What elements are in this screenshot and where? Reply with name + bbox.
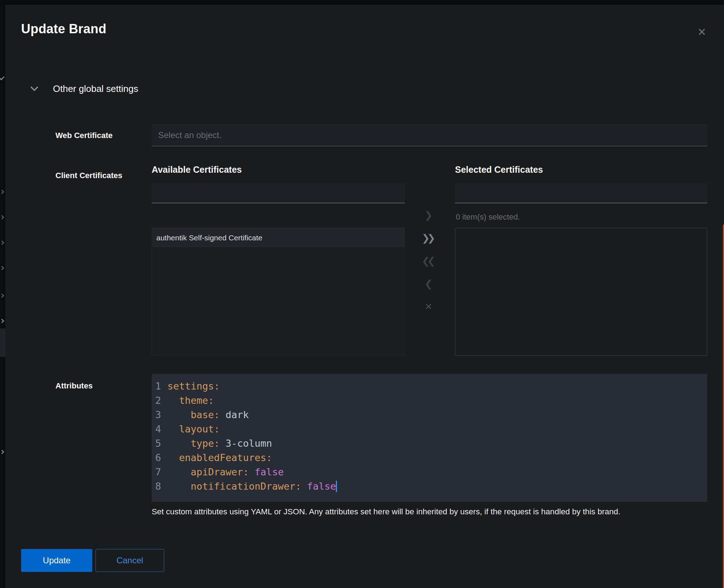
page-top-strip (0, 0, 724, 5)
attributes-help-text: Set custom attributes using YAML or JSON… (152, 507, 710, 516)
transfer-controls: ❯❯❯❮❮❮✕ (419, 207, 439, 321)
chevron-fragment-icon (0, 190, 4, 194)
selected-certificates-header: Selected Certificates (455, 165, 543, 175)
chevron-fragment-icon (0, 319, 4, 323)
close-icon[interactable]: ✕ (693, 24, 710, 41)
attributes-code-editor[interactable]: 1settings:2 theme:3 base: dark4 layout:5… (152, 374, 707, 502)
code-line: 6 enabledFeatures: (155, 451, 707, 465)
sidebar-sliver (0, 5, 5, 588)
move-selected-left-button[interactable]: ❮ (419, 275, 439, 293)
move-all-right-button[interactable]: ❯❯ (419, 230, 439, 247)
code-line: 2 theme: (155, 393, 707, 408)
selected-count-status: 0 item(s) selected. (456, 212, 520, 222)
code-line: 7 apiDrawer: false (155, 465, 707, 479)
code-line: 3 base: dark (155, 408, 707, 422)
section-other-global-settings[interactable]: Other global settings (31, 82, 138, 96)
update-button[interactable]: Update (21, 549, 92, 572)
page-title: Update Brand (21, 21, 106, 36)
available-certificates-search-input[interactable] (152, 183, 405, 203)
update-brand-modal: Update Brand ✕ Other global settings Web… (0, 0, 724, 588)
move-all-left-button[interactable]: ❮❮ (419, 253, 439, 270)
code-line: 4 layout: (155, 422, 707, 436)
client-certificates-label: Client Certificates (55, 171, 122, 180)
code-line: 8 notificationDrawer: false (155, 479, 707, 494)
chevron-fragment-icon (0, 215, 4, 220)
text-cursor (336, 481, 337, 492)
chevron-fragment-icon (0, 240, 4, 245)
section-label: Other global settings (53, 83, 138, 94)
chevron-down-icon (30, 83, 39, 92)
move-selected-right-button[interactable]: ❯ (419, 207, 439, 224)
available-certificates-list[interactable]: authentik Self-signed Certificate (152, 228, 405, 356)
chevron-fragment-icon (0, 450, 4, 454)
selected-certificates-list[interactable] (455, 228, 707, 356)
chevron-fragment-icon (0, 266, 4, 270)
sidebar-active-item-sliver (0, 328, 5, 357)
cancel-button[interactable]: Cancel (96, 549, 164, 572)
chevron-fragment-icon (0, 74, 5, 80)
code-line: 5 type: 3-column (155, 436, 707, 451)
code-line: 1settings: (155, 379, 707, 393)
available-certificates-header: Available Certificates (152, 165, 242, 175)
certificate-list-item[interactable]: authentik Self-signed Certificate (152, 228, 405, 247)
chevron-fragment-icon (0, 293, 4, 298)
web-certificate-label: Web Certificate (55, 131, 113, 140)
web-certificate-select[interactable] (152, 124, 707, 146)
attributes-label: Attributes (55, 381, 93, 391)
selected-certificates-search-input[interactable] (455, 183, 707, 203)
clear-selection-button[interactable]: ✕ (419, 298, 439, 315)
